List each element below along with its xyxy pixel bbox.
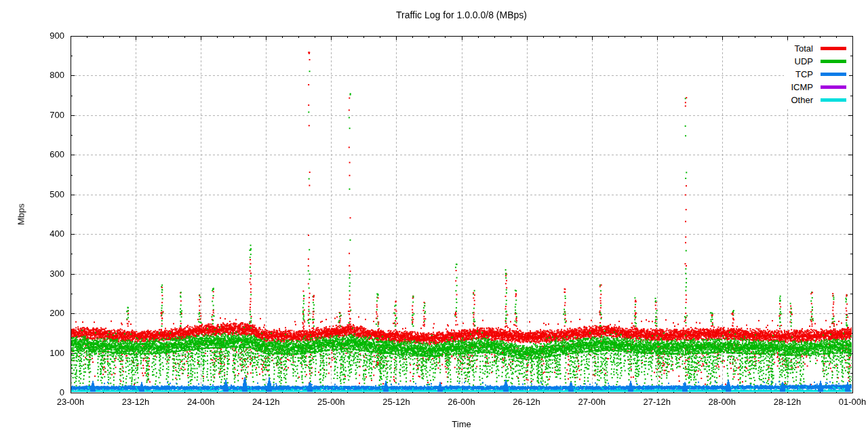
page-root: { "chart_data": { "type": "scatter", "ti… bbox=[0, 0, 868, 434]
legend-swatch-tcp bbox=[821, 73, 846, 76]
legend: Total UDP TCP ICMP Other bbox=[784, 41, 849, 108]
legend-swatch-other bbox=[821, 98, 846, 102]
x-axis-label: Time bbox=[71, 419, 852, 429]
legend-label-tcp: TCP bbox=[795, 68, 813, 81]
legend-label-icmp: ICMP bbox=[791, 81, 814, 94]
chart-title: Traffic Log for 1.0.0.0/8 (MBps) bbox=[71, 9, 852, 20]
legend-label-other: Other bbox=[791, 94, 813, 106]
legend-swatch-total bbox=[821, 47, 846, 50]
y-axis-label: Mbps bbox=[16, 203, 26, 225]
legend-swatch-udp bbox=[821, 60, 846, 63]
legend-row-total: Total bbox=[791, 42, 846, 55]
traffic-chart: Traffic Log for 1.0.0.0/8 (MBps) Mbps Ti… bbox=[0, 0, 868, 434]
legend-row-icmp: ICMP bbox=[791, 81, 846, 94]
legend-row-udp: UDP bbox=[791, 55, 846, 68]
legend-label-udp: UDP bbox=[795, 55, 813, 68]
legend-swatch-icmp bbox=[821, 85, 846, 89]
legend-row-tcp: TCP bbox=[791, 68, 846, 81]
legend-row-other: Other bbox=[791, 94, 846, 106]
traffic-chart-canvas bbox=[0, 0, 868, 434]
legend-label-total: Total bbox=[795, 42, 813, 55]
